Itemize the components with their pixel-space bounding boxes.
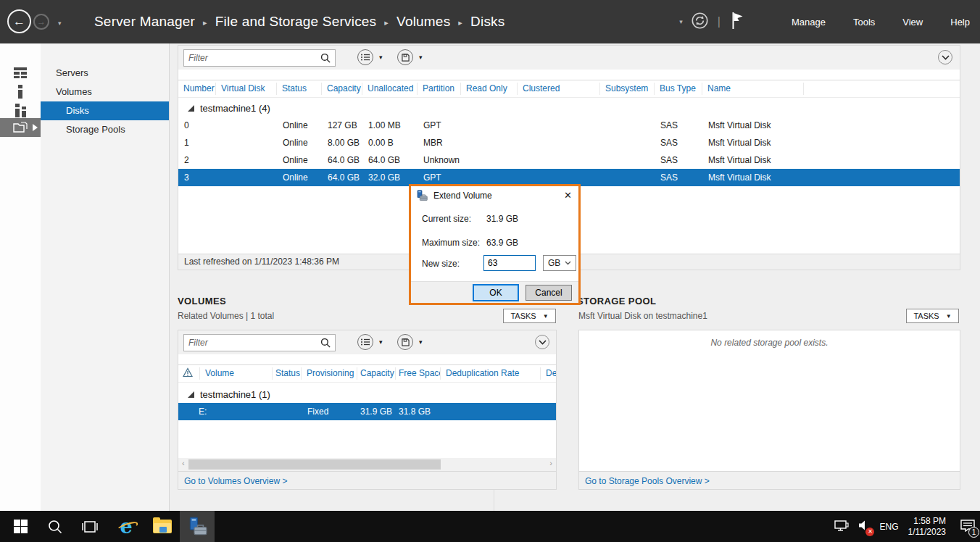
taskbar-search-button[interactable] — [38, 511, 72, 542]
disk-row[interactable]: 0 Online127 GB 1.00 MBGPT SAS Msft Virtu… — [178, 117, 960, 134]
breadcrumb: Server Manager ▸ File and Storage Servic… — [94, 0, 505, 43]
col-capacity[interactable]: Capacity — [357, 367, 396, 380]
back-button[interactable]: ← — [7, 9, 31, 33]
disks-filter-input[interactable] — [184, 50, 315, 66]
go-to-storage-pools-overview-link[interactable]: Go to Storage Pools Overview > — [585, 476, 710, 486]
file-explorer-button[interactable] — [145, 511, 180, 542]
volumes-heading: VOLUMES — [178, 296, 226, 307]
alert-column-icon[interactable] — [178, 367, 200, 380]
col-volume[interactable]: Volume — [200, 367, 273, 380]
network-tray-icon[interactable] — [834, 519, 849, 535]
horizontal-scrollbar[interactable]: ‹ › — [178, 458, 556, 471]
storage-pool-tasks-button[interactable]: TASKS▼ — [906, 309, 959, 323]
collapse-panel-icon[interactable] — [535, 335, 549, 349]
close-icon[interactable]: ✕ — [564, 190, 572, 201]
server-manager-taskbar-button[interactable] — [180, 511, 215, 542]
collapse-panel-icon[interactable] — [938, 50, 952, 64]
scrollbar-thumb[interactable] — [188, 459, 441, 470]
col-capacity[interactable]: Capacity — [322, 83, 362, 95]
clock-date: 1/11/2023 — [908, 527, 947, 537]
col-free-space[interactable]: Free Space — [396, 367, 441, 380]
menu-tools[interactable]: Tools — [853, 17, 875, 28]
volume-muted-tray-icon[interactable]: ✕ — [858, 520, 870, 534]
filter-caret-icon[interactable]: ▾ — [379, 338, 383, 346]
col-unallocated[interactable]: Unallocated — [362, 83, 418, 95]
breadcrumb-item[interactable]: Disks — [470, 14, 504, 30]
maximum-size-label: Maximum size: — [422, 238, 480, 248]
start-button[interactable] — [3, 511, 38, 542]
go-to-volumes-overview-link[interactable]: Go to Volumes Overview > — [184, 476, 287, 486]
notifications-flag-icon[interactable] — [731, 12, 744, 33]
breadcrumb-item[interactable]: Server Manager — [94, 14, 195, 30]
col-deduplication-savings[interactable]: Dedup — [541, 367, 556, 380]
save-query-icon[interactable] — [397, 334, 413, 350]
breadcrumb-item[interactable]: File and Storage Services — [215, 14, 377, 30]
scroll-right-icon[interactable]: › — [549, 459, 552, 467]
save-caret-icon[interactable]: ▾ — [419, 338, 423, 346]
local-server-icon[interactable] — [0, 83, 41, 100]
menu-view[interactable]: View — [902, 17, 923, 28]
dialog-footer: OK Cancel — [411, 281, 578, 303]
search-icon[interactable] — [320, 53, 331, 67]
menu-manage[interactable]: Manage — [792, 17, 826, 28]
internet-explorer-button[interactable]: e — [109, 511, 144, 542]
filter-caret-icon[interactable]: ▾ — [379, 54, 383, 61]
volumes-group-label: testmachine1 (1) — [200, 389, 270, 400]
breadcrumb-separator-icon: ▸ — [203, 17, 207, 28]
col-read-only[interactable]: Read Only — [461, 83, 518, 95]
sidebar-item-servers[interactable]: Servers — [41, 64, 169, 83]
task-view-button[interactable] — [72, 511, 107, 542]
col-name[interactable]: Name — [702, 83, 804, 95]
nav-history-caret-icon[interactable]: ▾ — [58, 20, 62, 27]
scroll-left-icon[interactable]: ‹ — [182, 459, 185, 467]
col-number[interactable]: Number — [178, 83, 216, 95]
col-bus-type[interactable]: Bus Type — [655, 83, 702, 95]
task-view-icon — [81, 520, 99, 533]
taskbar-clock[interactable]: 1:58 PM 1/11/2023 — [908, 516, 947, 538]
refresh-icon[interactable] — [692, 12, 708, 32]
col-partition[interactable]: Partition — [418, 83, 461, 95]
col-status[interactable]: Status — [273, 367, 302, 380]
volumes-filter-input[interactable] — [184, 335, 315, 351]
cancel-button[interactable]: Cancel — [526, 285, 572, 301]
save-query-icon[interactable] — [397, 49, 413, 65]
new-size-input[interactable] — [483, 255, 536, 271]
col-provisioning[interactable]: Provisioning — [302, 367, 357, 380]
toolbar-caret-icon[interactable]: ▾ — [679, 18, 683, 25]
storage-pool-footer: Go to Storage Pools Overview > — [579, 471, 960, 489]
ok-button[interactable]: OK — [473, 285, 518, 301]
filter-criteria-icon[interactable] — [357, 49, 373, 65]
volumes-group-row[interactable]: testmachine1 (1) — [178, 385, 556, 403]
col-subsystem[interactable]: Subsystem — [600, 83, 655, 95]
col-deduplication-rate[interactable]: Deduplication Rate — [441, 367, 541, 380]
server-manager-icon — [416, 190, 428, 201]
dashboard-icon[interactable] — [0, 64, 41, 81]
col-clustered[interactable]: Clustered — [518, 83, 600, 95]
unit-dropdown[interactable]: GB — [543, 255, 576, 271]
action-center-button[interactable]: 1 — [960, 519, 976, 535]
col-virtual-disk[interactable]: Virtual Disk — [216, 83, 277, 95]
disk-row[interactable]: 2 Online64.0 GB 64.0 GBUnknown SAS Msft … — [178, 151, 960, 169]
breadcrumb-item[interactable]: Volumes — [396, 14, 450, 30]
all-servers-icon[interactable] — [0, 101, 41, 119]
search-icon[interactable] — [320, 338, 331, 351]
filter-criteria-icon[interactable] — [357, 334, 373, 350]
clock-time: 1:58 PM — [913, 516, 946, 526]
col-status[interactable]: Status — [277, 83, 322, 95]
forward-button[interactable]: → — [33, 14, 49, 30]
volumes-tasks-button[interactable]: TASKS▼ — [503, 309, 556, 323]
file-storage-services-icon[interactable] — [0, 118, 41, 137]
language-indicator[interactable]: ENG — [879, 522, 898, 532]
sidebar-item-disks[interactable]: Disks — [41, 101, 169, 120]
volumes-subtitle: Related Volumes | 1 total — [178, 311, 274, 321]
save-caret-icon[interactable]: ▾ — [419, 54, 423, 61]
menu-help[interactable]: Help — [950, 17, 970, 28]
sidebar-item-storage-pools[interactable]: Storage Pools — [41, 120, 169, 139]
internet-explorer-icon: e — [120, 517, 132, 536]
disks-group-row[interactable]: testmachine1 (4) — [178, 99, 960, 117]
volumes-footer: Go to Volumes Overview > — [178, 471, 556, 489]
dialog-titlebar[interactable]: Extend Volume — [411, 186, 578, 205]
disk-row[interactable]: 1 Online8.00 GB 0.00 BMBR SAS Msft Virtu… — [178, 134, 960, 151]
sidebar-item-volumes[interactable]: Volumes — [41, 83, 169, 101]
volume-row-selected[interactable]: E: Fixed 31.9 GB 31.8 GB — [178, 403, 556, 420]
